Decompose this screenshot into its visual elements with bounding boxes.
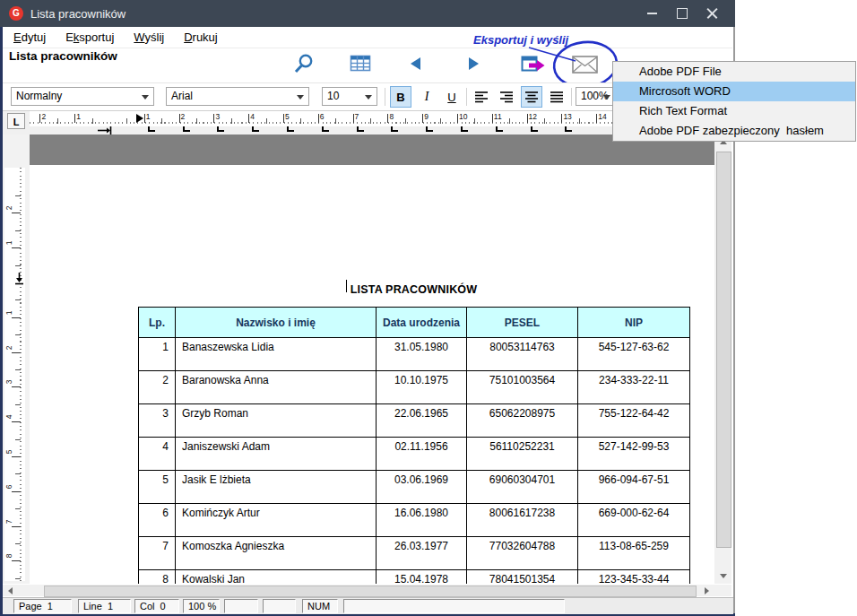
ruler-number: 10 bbox=[459, 112, 467, 121]
scroll-left-button[interactable] bbox=[3, 585, 18, 596]
text-caret bbox=[346, 280, 347, 292]
document-view[interactable]: LISTA PRACOWNIKÓW Lp.Nazwisko i imięData… bbox=[3, 134, 714, 584]
ruler-tick bbox=[12, 386, 21, 387]
table-row: 8Kowalski Jan15.04.197878041501354123-34… bbox=[139, 570, 690, 585]
horizontal-scrollbar[interactable] bbox=[3, 585, 714, 596]
align-left-button[interactable] bbox=[471, 86, 492, 108]
zoom-combo[interactable]: 100% bbox=[576, 87, 616, 106]
vertical-scrollbar[interactable] bbox=[714, 134, 731, 584]
table-cell: 78041501354 bbox=[467, 570, 578, 585]
table-cell: 5 bbox=[139, 471, 176, 504]
ruler-tick bbox=[353, 114, 354, 123]
ruler-number: 3 bbox=[215, 112, 220, 121]
chevron-down-icon bbox=[365, 95, 372, 100]
ruler-tick bbox=[596, 114, 597, 123]
table-cell: 3 bbox=[139, 404, 176, 438]
style-combo[interactable]: Normalny bbox=[11, 87, 154, 106]
ruler-number: 7 bbox=[355, 112, 359, 121]
table-cell: Jasik E lżbieta bbox=[176, 471, 377, 504]
export-menu-item-1[interactable]: Adobe PDF File bbox=[613, 62, 855, 82]
maximize-button[interactable] bbox=[667, 0, 697, 27]
ruler-tick bbox=[527, 114, 528, 123]
ruler-halftick bbox=[15, 473, 21, 474]
table-cell: 02.11.1956 bbox=[377, 438, 467, 471]
table-grid-icon[interactable] bbox=[350, 55, 371, 73]
ruler-number: 1 bbox=[4, 241, 13, 246]
tab-type-selector-button[interactable]: L bbox=[7, 113, 25, 129]
bold-button[interactable]: B bbox=[390, 86, 411, 108]
font-combo[interactable]: Arial bbox=[166, 87, 309, 106]
table-cell: 4 bbox=[139, 438, 176, 471]
scroll-right-button[interactable] bbox=[699, 585, 714, 596]
ruler-halftick bbox=[15, 265, 21, 266]
menu-item-edytuj[interactable]: Edytuj bbox=[4, 29, 55, 46]
font-size-combo[interactable]: 10 bbox=[322, 87, 377, 106]
table-cell: 8 bbox=[139, 570, 176, 585]
justify-button[interactable] bbox=[546, 86, 567, 108]
ruler-tick bbox=[12, 247, 21, 248]
table-row: 6Komińczyk Artur16.06.198080061617238669… bbox=[139, 504, 690, 537]
document-page[interactable]: LISTA PRACOWNIKÓW Lp.Nazwisko i imięData… bbox=[30, 165, 714, 584]
ruler-tick bbox=[12, 491, 21, 492]
ruler-halftick bbox=[161, 118, 162, 124]
table-header-row: Lp.Nazwisko i imięData urodzeniaPESELNIP bbox=[139, 308, 690, 338]
vertical-scrollbar-thumb[interactable] bbox=[716, 152, 731, 548]
table-cell: 2 bbox=[139, 371, 176, 404]
ruler-number: 8 bbox=[4, 554, 13, 559]
table-cell: 56110252231 bbox=[467, 438, 578, 471]
close-button[interactable] bbox=[697, 0, 728, 27]
table-row: 2Baranowska Anna10.10.197575101003564234… bbox=[139, 371, 690, 404]
status-panel-5 bbox=[224, 599, 258, 613]
table-cell: 966-094-67-51 bbox=[578, 471, 690, 504]
export-menu-item-4[interactable]: Adobe PDF zabezpieczony hasłem bbox=[613, 121, 855, 141]
next-page-icon[interactable] bbox=[467, 56, 480, 71]
ruler-tick bbox=[39, 114, 40, 123]
minimize-button[interactable] bbox=[636, 0, 667, 27]
ruler-number: 1 bbox=[4, 310, 13, 315]
status-bar: Page 1Line 1Col 0100 %NUM bbox=[3, 597, 733, 614]
ruler-halftick bbox=[92, 118, 93, 124]
ruler-number: 2 bbox=[4, 206, 13, 211]
tab-stop-marker bbox=[496, 126, 503, 132]
menu-item-wyslij[interactable]: Wyślij bbox=[125, 29, 173, 46]
chevron-down-icon bbox=[142, 95, 149, 100]
ruler-tick bbox=[12, 352, 21, 353]
table-cell: Banaszewska Lidia bbox=[176, 338, 377, 371]
align-center-button[interactable] bbox=[521, 86, 542, 108]
ruler-number: 9 bbox=[424, 112, 428, 121]
scroll-down-button[interactable] bbox=[714, 568, 731, 584]
ruler-halftick bbox=[370, 118, 371, 124]
tab-stop-marker bbox=[461, 126, 468, 132]
horizontal-scrollbar-thumb[interactable] bbox=[44, 586, 697, 597]
menu-item-drukuj[interactable]: Drukuj bbox=[175, 29, 227, 46]
underline-button[interactable]: U bbox=[441, 86, 463, 108]
align-right-button[interactable] bbox=[496, 86, 517, 108]
export-menu-item-3[interactable]: Rich Text Format bbox=[613, 101, 855, 121]
export-menu-item-2[interactable]: Mircrosoft WORD bbox=[613, 82, 855, 101]
table-cell: Kowalski Jan bbox=[176, 570, 377, 585]
search-icon[interactable] bbox=[293, 53, 315, 75]
status-panel-4: 100 % bbox=[183, 599, 220, 613]
menu-item-eksportuj[interactable]: Eksportuj bbox=[56, 29, 123, 46]
status-panel-1: Page 1 bbox=[13, 599, 72, 613]
ruler-halftick bbox=[15, 369, 21, 370]
style-combo-value: Normalny bbox=[16, 90, 62, 102]
previous-page-icon[interactable] bbox=[410, 56, 422, 71]
ruler-halftick bbox=[335, 118, 336, 124]
italic-button[interactable]: I bbox=[416, 86, 437, 108]
toolbar-separator bbox=[571, 88, 572, 106]
table-cell: Grzyb Roman bbox=[176, 404, 377, 438]
ruler-tick bbox=[422, 114, 423, 123]
table-cell: 77032604788 bbox=[467, 537, 578, 570]
tab-stop-marker bbox=[148, 126, 155, 132]
close-icon bbox=[706, 7, 719, 20]
align-right-icon bbox=[499, 91, 514, 103]
table-row: 7Komoszka Agnieszka26.03.197777032604788… bbox=[139, 537, 690, 570]
arrow-left-icon bbox=[8, 587, 13, 594]
table-row: 1Banaszewska Lidia31.05.1980800531147635… bbox=[139, 338, 690, 371]
indent-marker[interactable] bbox=[136, 114, 143, 123]
table-cell: Komoszka Agnieszka bbox=[176, 537, 377, 570]
ruler-number: 2 bbox=[181, 112, 186, 121]
ruler-halftick bbox=[509, 118, 510, 124]
table-cell: 03.06.1969 bbox=[377, 471, 467, 504]
